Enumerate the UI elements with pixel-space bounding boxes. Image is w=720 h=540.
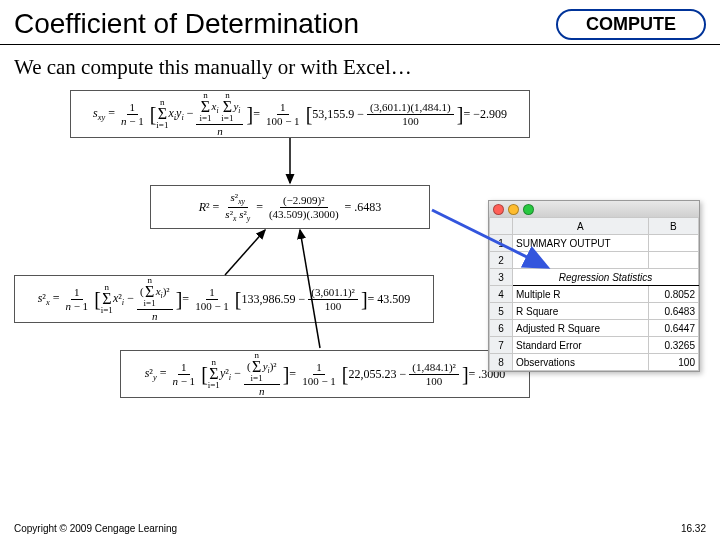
excel-titlebar (489, 201, 699, 217)
sxy-result: = −2.909 (463, 107, 507, 122)
formula-r2: R² = s²xys²x s²y = (−2.909)²(43.509)(.30… (150, 185, 430, 229)
slide-subtitle: We can compute this manually or with Exc… (0, 45, 720, 80)
formula-sy2: s²y = 1n − 1 [ nΣi=1 y²i − (nΣi=1yi)²n ]… (120, 350, 530, 398)
close-icon (493, 204, 504, 215)
zoom-icon (523, 204, 534, 215)
compute-badge: COMPUTE (556, 9, 706, 40)
table-row: 2 (490, 252, 699, 269)
table-row: 1SUMMARY OUTPUT (490, 235, 699, 252)
formula-canvas: sxy = 1n − 1 [ nΣi=1 xiyi − nΣi=1xi nΣi=… (0, 80, 720, 480)
page-number: 16.32 (681, 523, 706, 534)
slide-title: Coefficient of Determination (14, 8, 556, 40)
table-row: 3Regression Statistics (490, 269, 699, 286)
table-row: 5R Square0.6483 (490, 303, 699, 320)
copyright-text: Copyright © 2009 Cengage Learning (14, 523, 177, 534)
table-row: 6Adjusted R Square0.6447 (490, 320, 699, 337)
arrow-sx2-to-r2 (225, 230, 265, 275)
formula-sxy: sxy = 1n − 1 [ nΣi=1 xiyi − nΣi=1xi nΣi=… (70, 90, 530, 138)
slide-header: Coefficient of Determination COMPUTE (0, 0, 720, 45)
col-b-header: B (648, 218, 698, 235)
r2-result: = .6483 (345, 200, 382, 215)
table-row: 8Observations100 (490, 354, 699, 371)
table-row: 7Standard Error0.3265 (490, 337, 699, 354)
minimize-icon (508, 204, 519, 215)
sx2-result: = 43.509 (368, 292, 411, 307)
formula-sx2: s²x = 1n − 1 [ nΣi=1 x²i − (nΣi=1xi)²n ]… (14, 275, 434, 323)
slide-footer: Copyright © 2009 Cengage Learning 16.32 (14, 523, 706, 534)
col-corner (490, 218, 513, 235)
excel-window: A B 1SUMMARY OUTPUT 2 3Regression Statis… (488, 200, 700, 372)
table-row: 4Multiple R0.8052 (490, 286, 699, 303)
col-a-header: A (513, 218, 649, 235)
excel-grid: A B 1SUMMARY OUTPUT 2 3Regression Statis… (489, 217, 699, 371)
